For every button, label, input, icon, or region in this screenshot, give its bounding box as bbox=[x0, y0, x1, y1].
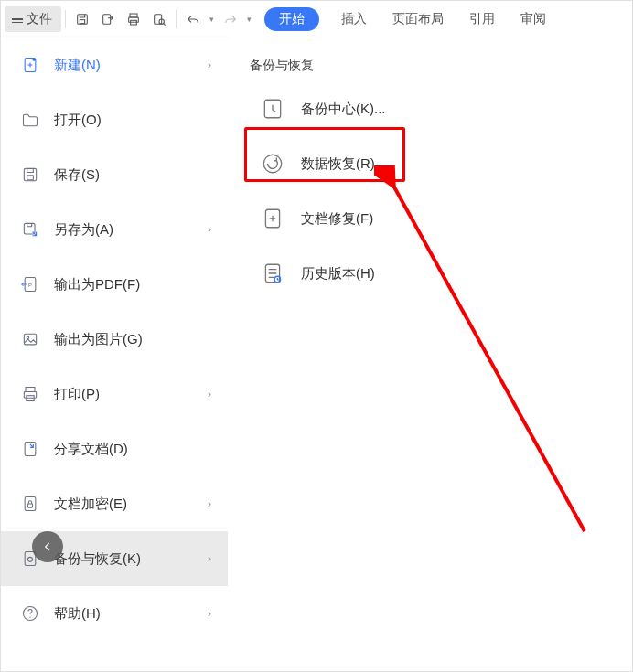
panel-item-label: 历史版本(H) bbox=[301, 265, 375, 283]
save-as-icon bbox=[21, 220, 39, 239]
panel-title: 备份与恢复 bbox=[228, 37, 632, 81]
svg-rect-22 bbox=[28, 504, 33, 507]
history-doc-icon bbox=[261, 261, 284, 285]
chevron-right-icon: › bbox=[208, 607, 211, 620]
backup-restore-panel: 备份与恢复 备份中心(K)... 数据恢复(R) 文档修复(F) 历史版本(H) bbox=[228, 37, 632, 671]
svg-rect-15 bbox=[24, 334, 36, 345]
save-button[interactable] bbox=[70, 6, 95, 32]
svg-point-16 bbox=[27, 336, 29, 339]
restore-icon bbox=[21, 549, 39, 568]
file-dropdown-menu: 新建(N) › 打开(O) 保存(S) 另存为(A) › P 输出为PDF(F)… bbox=[1, 37, 229, 671]
menu-label: 新建(N) bbox=[54, 57, 193, 74]
chevron-right-icon: › bbox=[208, 497, 211, 510]
menu-item-save[interactable]: 保存(S) bbox=[1, 147, 228, 202]
pdf-icon: P bbox=[21, 275, 39, 293]
svg-rect-11 bbox=[27, 176, 34, 180]
file-button-label: 文件 bbox=[27, 11, 52, 27]
menu-label: 保存(S) bbox=[54, 166, 211, 184]
panel-item-backup-center[interactable]: 备份中心(K)... bbox=[228, 81, 632, 136]
menu-label: 分享文档(D) bbox=[54, 441, 211, 458]
svg-rect-0 bbox=[78, 15, 88, 25]
tab-review[interactable]: 审阅 bbox=[508, 11, 559, 27]
menu-item-open[interactable]: 打开(O) bbox=[1, 92, 228, 147]
doc-repair-icon bbox=[261, 207, 284, 230]
chevron-right-icon: › bbox=[208, 552, 211, 565]
tab-reference[interactable]: 引用 bbox=[456, 11, 508, 27]
menu-item-export-image[interactable]: 输出为图片(G) bbox=[1, 312, 228, 367]
toolbar-separator bbox=[176, 10, 177, 28]
menu-item-share[interactable]: 分享文档(D) bbox=[1, 421, 228, 476]
svg-rect-20 bbox=[25, 443, 36, 456]
overflow-dropdown[interactable]: ▾ bbox=[243, 15, 255, 24]
tab-page-layout[interactable]: 页面布局 bbox=[380, 11, 456, 27]
panel-item-label: 数据恢复(R) bbox=[301, 155, 375, 173]
svg-rect-3 bbox=[130, 14, 137, 17]
lock-doc-icon bbox=[21, 495, 39, 513]
menu-item-print[interactable]: 打印(P) › bbox=[1, 367, 228, 421]
menu-label: 打开(O) bbox=[54, 112, 211, 129]
panel-item-doc-repair[interactable]: 文档修复(F) bbox=[228, 191, 632, 246]
menu-item-backup-restore[interactable]: 备份与恢复(K) › bbox=[1, 531, 228, 586]
svg-rect-1 bbox=[80, 20, 84, 24]
top-toolbar: 文件 ▾ ▾ 开始 插入 页面布局 引用 审阅 bbox=[1, 1, 632, 38]
save-disk-icon bbox=[21, 165, 39, 184]
export-button[interactable] bbox=[95, 6, 121, 32]
redo-icon bbox=[223, 12, 238, 27]
menu-item-encrypt[interactable]: 文档加密(E) › bbox=[1, 476, 228, 531]
menu-label: 备份与恢复(K) bbox=[54, 550, 193, 568]
menu-item-save-as[interactable]: 另存为(A) › bbox=[1, 202, 228, 257]
menu-item-export-pdf[interactable]: P 输出为PDF(F) bbox=[1, 257, 228, 312]
share-icon bbox=[21, 440, 39, 458]
tab-insert[interactable]: 插入 bbox=[328, 11, 380, 27]
chevron-right-icon: › bbox=[208, 388, 211, 400]
menu-label: 文档加密(E) bbox=[54, 496, 193, 513]
chevron-right-icon: › bbox=[208, 59, 211, 71]
preview-icon bbox=[152, 12, 166, 27]
panel-item-label: 备份中心(K)... bbox=[301, 101, 386, 118]
preview-button[interactable] bbox=[146, 6, 172, 32]
menu-label: 输出为PDF(F) bbox=[54, 276, 211, 293]
recover-icon bbox=[261, 152, 284, 176]
panel-item-history[interactable]: 历史版本(H) bbox=[228, 246, 632, 301]
svg-text:P: P bbox=[28, 283, 32, 288]
undo-button[interactable] bbox=[180, 6, 206, 32]
menu-item-help[interactable]: 帮助(H) › bbox=[1, 586, 228, 641]
save-icon bbox=[75, 12, 90, 27]
svg-rect-23 bbox=[25, 552, 36, 566]
app-window: 文件 ▾ ▾ 开始 插入 页面布局 引用 审阅 新建 bbox=[0, 0, 633, 672]
menu-label: 另存为(A) bbox=[54, 221, 193, 239]
tab-start[interactable]: 开始 bbox=[264, 7, 319, 31]
undo-dropdown[interactable]: ▾ bbox=[206, 15, 218, 24]
toolbar-separator bbox=[65, 10, 66, 28]
chevron-right-icon: › bbox=[208, 223, 211, 236]
svg-rect-10 bbox=[24, 168, 36, 180]
printer-icon bbox=[21, 385, 39, 403]
new-file-icon bbox=[21, 56, 39, 74]
export-icon bbox=[101, 12, 115, 27]
hamburger-icon bbox=[12, 16, 23, 24]
image-icon bbox=[21, 330, 39, 348]
menu-label: 输出为图片(G) bbox=[54, 331, 211, 348]
folder-icon bbox=[21, 111, 39, 129]
menu-item-new[interactable]: 新建(N) › bbox=[1, 37, 228, 92]
svg-point-25 bbox=[29, 617, 30, 618]
menu-label: 打印(P) bbox=[54, 386, 193, 403]
redo-button[interactable] bbox=[218, 6, 243, 32]
panel-item-label: 文档修复(F) bbox=[301, 210, 373, 228]
print-icon bbox=[126, 12, 141, 27]
svg-rect-2 bbox=[103, 15, 111, 25]
panel-item-data-recover[interactable]: 数据恢复(R) bbox=[228, 136, 632, 191]
help-icon bbox=[21, 604, 39, 623]
file-menu-button[interactable]: 文件 bbox=[5, 6, 61, 32]
undo-icon bbox=[186, 12, 200, 27]
backup-center-icon bbox=[261, 97, 284, 121]
svg-rect-17 bbox=[26, 388, 35, 392]
menu-label: 帮助(H) bbox=[54, 605, 193, 623]
svg-point-9 bbox=[33, 59, 36, 61]
print-button[interactable] bbox=[121, 6, 146, 32]
svg-point-27 bbox=[263, 155, 282, 173]
